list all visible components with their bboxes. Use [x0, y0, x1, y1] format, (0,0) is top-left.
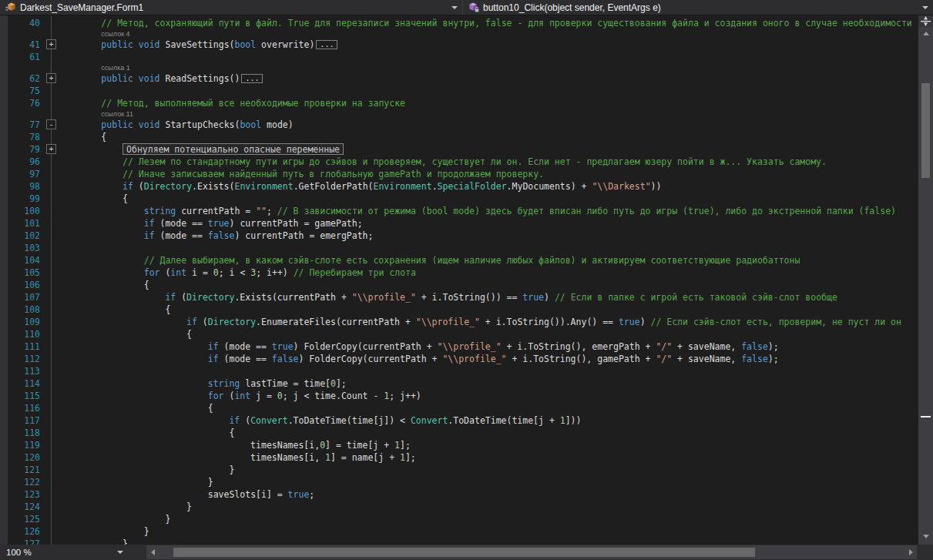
code-line[interactable]: 109if (Directory.EnumerateFiles(currentP… [0, 316, 918, 328]
code-line[interactable]: 102if (mode == false) currentPath = emer… [0, 230, 918, 242]
code-token: ) [640, 317, 651, 327]
code-token: int [234, 391, 250, 401]
code-line[interactable]: 122} [0, 476, 918, 488]
chevron-down-icon[interactable] [117, 551, 123, 554]
code-text: { [165, 303, 170, 316]
code-line[interactable]: 79+Обнуляем потенциально опасные перемен… [0, 143, 918, 156]
code-line[interactable]: 41+public void SaveSettings(bool overwri… [0, 39, 918, 51]
code-text: public void SaveSettings(bool overwrite)… [101, 39, 337, 51]
codelens-row: ссылка 1 [0, 63, 918, 72]
code-token: Convert [411, 415, 448, 426]
code-line[interactable]: 104// Далее выбираем, в каком сэйв-слоте… [0, 254, 918, 267]
code-line[interactable]: 98if (Directory.Exists(Environment.GetFo… [0, 180, 918, 193]
code-token: if [122, 181, 133, 192]
vertical-scrollbar-thumb[interactable] [921, 83, 930, 178]
code-line[interactable]: 103 [0, 242, 918, 254]
code-text: } [229, 464, 234, 476]
code-line[interactable]: 75 [0, 85, 918, 97]
code-line[interactable]: 127} [0, 538, 918, 545]
scroll-up-button[interactable] [918, 28, 933, 39]
fold-collapse-icon[interactable]: - [46, 119, 56, 129]
code-line[interactable]: 124} [0, 501, 918, 513]
type-dropdown-label: Darkest_SaveManager.Form1 [20, 2, 143, 13]
code-token: 0 [213, 267, 219, 278]
codelens-references[interactable]: ссылок 4 [101, 30, 129, 38]
code-token: "\\Darkest" [592, 181, 650, 192]
code-line[interactable]: 106{ [0, 279, 918, 291]
code-line[interactable]: 123saveSlots[i] = true; [0, 488, 918, 501]
vertical-scrollbar[interactable] [918, 15, 933, 545]
code-line[interactable]: 115for (int j = 0; j < time.Count - 1; j… [0, 390, 918, 402]
code-line[interactable]: 78{ [0, 131, 918, 143]
fold-expand-icon[interactable]: + [46, 73, 56, 83]
code-line[interactable]: 108{ [0, 303, 918, 316]
line-number: 62 [0, 72, 40, 85]
code-line[interactable]: 126} [0, 525, 918, 538]
code-token: true [522, 292, 544, 303]
collapsed-region-box[interactable]: Обнуляем потенциально опасные переменные [122, 143, 344, 155]
code-line[interactable]: 112if (mode == false) FolderCopy(current… [0, 353, 918, 365]
scroll-left-button[interactable] [146, 545, 159, 559]
line-number: 122 [0, 476, 40, 488]
scroll-right-button[interactable] [904, 545, 917, 559]
line-number: 118 [0, 427, 40, 439]
code-line[interactable]: 100string currentPath = ""; // В зависим… [0, 205, 918, 217]
code-text: if (mode == false) currentPath = emergPa… [144, 230, 374, 242]
line-number: 79 [0, 143, 40, 156]
code-token: true [288, 489, 310, 500]
code-text: if (Directory.Exists(currentPath + "\\pr… [165, 291, 837, 303]
code-token: (mode == [155, 218, 208, 229]
code-line[interactable]: 118{ [0, 427, 918, 439]
horizontal-scrollbar-thumb[interactable] [173, 548, 755, 557]
member-dropdown[interactable]: button10_Click(object sender, EventArgs … [463, 0, 933, 15]
code-token: true [208, 218, 230, 229]
code-token: 0 [331, 378, 336, 389]
code-line[interactable]: 114string lastTime = time[0]; [0, 377, 918, 390]
chevron-down-icon[interactable] [451, 6, 458, 9]
fold-expand-icon[interactable]: + [46, 144, 56, 154]
code-token: for [208, 391, 224, 401]
code-line[interactable]: 121} [0, 464, 918, 476]
code-line[interactable]: 77-public void StartupChecks(bool mode) [0, 119, 918, 131]
code-text: if (Directory.Exists(Environment.GetFold… [122, 180, 661, 193]
code-line[interactable]: 101if (mode == true) currentPath = gameP… [0, 217, 918, 230]
scroll-down-button[interactable] [918, 531, 933, 542]
code-token: + saveName, [672, 354, 741, 364]
fold-expand-icon[interactable]: + [46, 39, 56, 49]
code-line[interactable]: 76// Метод, выполняемый все необходимые … [0, 97, 918, 109]
code-line[interactable]: 99{ [0, 193, 918, 205]
horizontal-scrollbar[interactable] [146, 545, 917, 559]
code-line[interactable]: 97// Иначе записываем найденный путь в г… [0, 168, 918, 180]
chevron-down-icon[interactable] [922, 6, 928, 9]
type-dropdown[interactable]: Darkest_SaveManager.Form1 [0, 0, 463, 15]
code-line[interactable]: 120timesNames[i, 1] = name[j + 1]; [0, 451, 918, 464]
code-text: } [165, 513, 170, 525]
code-line[interactable]: 113 [0, 365, 918, 377]
code-token: ( [197, 317, 208, 327]
code-line[interactable]: 125} [0, 513, 918, 525]
collapsed-code-box[interactable]: ... [316, 40, 337, 49]
codelens-references[interactable]: ссылок 11 [101, 110, 133, 118]
code-line[interactable]: 119timesNames[i,0] = time[j + 1]; [0, 439, 918, 451]
code-token: void [139, 39, 160, 50]
code-text: // Метод, сохраняющий пути в файл. True … [101, 17, 911, 29]
line-number: 101 [0, 217, 40, 230]
code-line[interactable]: 62+public void ReadSettings()... [0, 72, 918, 85]
code-editor[interactable]: 40// Метод, сохраняющий пути в файл. Tru… [0, 15, 918, 545]
code-line[interactable]: 96// Лезем по стандартному пути игры до … [0, 156, 918, 168]
code-line[interactable]: 105for (int i = 0; i < 3; i++) // Переби… [0, 267, 918, 279]
collapsed-code-box[interactable]: ... [241, 74, 263, 83]
code-line[interactable]: 110{ [0, 328, 918, 340]
code-token: + i.ToString()) == [416, 292, 522, 303]
code-token: public [101, 73, 133, 84]
codelens-references[interactable]: ссылка 1 [101, 64, 129, 72]
code-line[interactable]: 107if (Directory.Exists(currentPath + "\… [0, 291, 918, 303]
code-token: Directory [186, 292, 234, 303]
editor-splitter-handle-icon[interactable] [918, 15, 933, 27]
code-line[interactable]: 117if (Convert.ToDateTime(time[j]) < Con… [0, 414, 918, 427]
code-line[interactable]: 116{ [0, 402, 918, 414]
zoom-select[interactable]: 100 % [0, 545, 129, 560]
code-line[interactable]: 61 [0, 51, 918, 63]
code-line[interactable]: 111if (mode == true) FolderCopy(currentP… [0, 340, 918, 353]
code-line[interactable]: 40// Метод, сохраняющий пути в файл. Tru… [0, 17, 918, 29]
